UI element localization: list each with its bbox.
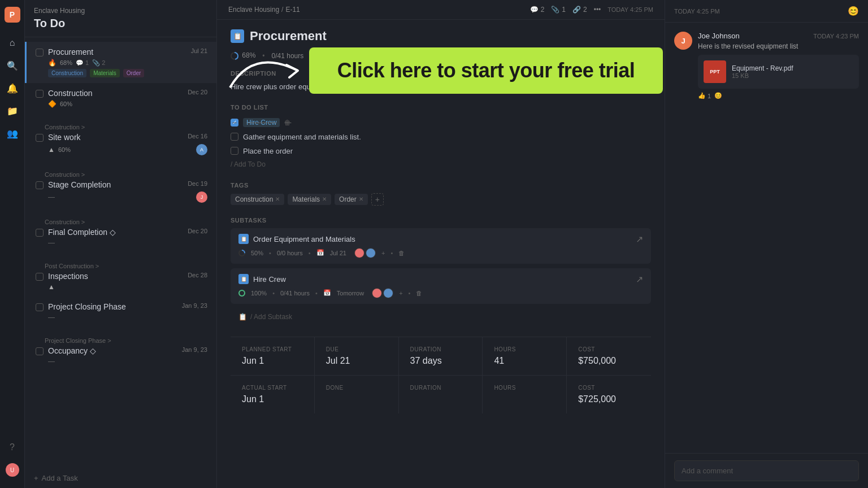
task-item-construction[interactable]: Construction Dec 20 🔶 60%: [25, 83, 216, 114]
todo-item-2: Place the order: [231, 144, 651, 158]
nav-icon-users[interactable]: 👥: [3, 124, 21, 142]
task-item-procurement[interactable]: Procurement Jul 21 🔥 68% 💬 1 📎 2 Constru…: [25, 42, 216, 83]
todo-check-2[interactable]: [231, 147, 238, 155]
attachment-count-group: 📎 1: [551, 6, 566, 14]
task-checkbox-final-completion[interactable]: [36, 229, 44, 237]
icon-bar: P ⌂ 🔍 🔔 📁 👥 ? U: [0, 0, 25, 488]
todo-delete-0[interactable]: 🗑: [284, 119, 291, 127]
tag-construction[interactable]: Construction: [48, 69, 86, 77]
stat-hours-actual: HOURS: [483, 376, 567, 413]
tag-materials[interactable]: Materials: [90, 69, 120, 77]
task-checkbox-project-closing[interactable]: [36, 303, 44, 311]
task-checkbox-construction[interactable]: [36, 90, 44, 98]
task-item-occupancy[interactable]: Project Closing Phase > Occupancy ◇ Jan …: [25, 327, 216, 371]
tags-label: TAGS: [231, 182, 651, 189]
subtask-due-0: Jul 21: [330, 250, 346, 256]
attachment-count: 1: [562, 6, 566, 14]
nav-icon-search[interactable]: 🔍: [3, 56, 21, 75]
breadcrumb-project[interactable]: Enclave Housing: [228, 6, 279, 14]
app-logo[interactable]: P: [5, 7, 20, 23]
attachment-box-0[interactable]: PPT Equipment - Rev.pdf 15 KB: [698, 55, 859, 89]
nav-icon-bell[interactable]: 🔔: [3, 79, 21, 97]
nav-icon-folder[interactable]: 📁: [3, 102, 21, 120]
section-label-closing: Project Closing Phase >: [36, 333, 207, 346]
comment-input[interactable]: [674, 460, 859, 481]
section-label-construction-1: Construction >: [36, 119, 207, 133]
cta-button[interactable]: Click here to start your free trial: [309, 47, 663, 94]
subtask-icon-0: 📋: [238, 234, 249, 244]
stat-duration-planned: DURATION 37 days: [399, 337, 483, 375]
subtasks-section: 📋 Order Equipment and Materials ↗ 50% • …: [231, 228, 651, 325]
task-name-procurement: Procurement: [48, 47, 186, 56]
timestamp-header: TODAY 4:25 PM: [607, 6, 653, 13]
stat-cost-planned: COST $750,000: [567, 337, 651, 375]
subtask-avatar-0b: [366, 248, 376, 258]
task-checkbox-site-work[interactable]: [36, 134, 44, 142]
task-item-inspections[interactable]: Post Construction > Inspections Dec 28 ▲: [25, 252, 216, 297]
task-progress-construction: 60%: [60, 101, 72, 107]
task-item-project-closing[interactable]: Project Closing Phase Jan 9, 23 —: [25, 297, 216, 327]
subtask-meta-0: 50% • 0/0 hours • 📅 Jul 21 + • 🗑: [238, 248, 643, 258]
subtask-due-1: Tomorrow: [337, 290, 364, 297]
comment-count: 2: [541, 6, 545, 14]
stats-planned: PLANNED START Jun 1 DUE Jul 21 DURATION …: [231, 337, 651, 375]
add-assignee-subtask-1[interactable]: +: [399, 290, 402, 297]
attachment-info: Equipment - Rev.pdf 15 KB: [732, 64, 793, 79]
subtask-hours-1: 0/41 hours: [280, 290, 310, 297]
task-date-occupancy: Jan 9, 23: [182, 346, 207, 353]
todo-text-2: Place the order: [243, 147, 293, 155]
stat-hours-planned: HOURS 41: [483, 337, 567, 375]
emoji-reaction-icon[interactable]: 😊: [848, 6, 859, 16]
add-tag-button[interactable]: +: [371, 193, 384, 206]
task-list-header: Enclave Housing To Do: [25, 0, 216, 37]
remove-tag-construction[interactable]: ✕: [275, 196, 280, 202]
task-item-site-work[interactable]: Construction > Site work Dec 16 ▲ 60% A: [25, 114, 216, 161]
nav-icon-home[interactable]: ⌂: [3, 34, 21, 52]
thumbs-up-reaction[interactable]: 👍 1: [698, 92, 711, 99]
subtask-item-1: 📋 Hire Crew ↗ 100% • 0/41 hours •: [231, 268, 651, 304]
todo-label: TO DO LIST: [231, 104, 651, 111]
more-options-group[interactable]: •••: [594, 6, 601, 14]
tag-order[interactable]: Order: [123, 69, 145, 77]
stat-duration-actual: DURATION: [399, 376, 483, 413]
trend-icon: ▲: [48, 146, 55, 154]
task-date-project-closing: Jan 9, 23: [182, 302, 207, 309]
add-assignee-subtask-0[interactable]: +: [381, 250, 385, 256]
task-checkbox-inspections[interactable]: [36, 273, 44, 281]
task-checkbox-occupancy[interactable]: [36, 347, 44, 355]
comment-input-area: [665, 453, 868, 488]
delete-subtask-0[interactable]: 🗑: [398, 250, 405, 256]
external-link-icon-0[interactable]: ↗: [636, 234, 643, 245]
comment-reactions-0: 👍 1 😊: [698, 92, 859, 99]
task-item-stage-completion[interactable]: Construction > Stage Completion Dec 19 —…: [25, 161, 216, 208]
delete-subtask-1[interactable]: 🗑: [416, 290, 422, 297]
task-checkbox-procurement[interactable]: [36, 49, 44, 56]
nav-icon-help[interactable]: ?: [3, 438, 21, 456]
add-task-button[interactable]: + Add a Task: [25, 468, 216, 488]
task-name-construction: Construction: [48, 89, 183, 98]
task-list-body: Procurement Jul 21 🔥 68% 💬 1 📎 2 Constru…: [25, 37, 216, 468]
external-link-icon-1[interactable]: ↗: [636, 274, 643, 285]
emoji-add-reaction[interactable]: 😊: [714, 92, 722, 99]
remove-tag-materials[interactable]: ✕: [322, 196, 327, 202]
add-todo-button[interactable]: / Add To Do: [231, 158, 651, 171]
add-subtask-button[interactable]: 📋 / Add Subtask: [231, 308, 651, 325]
subtask-actions-1: ↗: [636, 274, 643, 285]
remove-tag-order[interactable]: ✕: [359, 196, 363, 202]
comment-icon-header: 💬: [530, 6, 539, 14]
subtasks-label: SUBTASKS: [231, 217, 651, 224]
nav-icon-user[interactable]: U: [3, 461, 21, 479]
stats-actual: ACTUAL START Jun 1 DONE DURATION HOURS C…: [231, 375, 651, 413]
task-item-final-completion[interactable]: Construction > Final Completion ◇ Dec 20…: [25, 208, 216, 252]
task-checkbox-stage-completion[interactable]: [36, 181, 44, 189]
comment-author-0: Joe Johnson: [698, 32, 740, 40]
ellipsis-icon[interactable]: •••: [594, 6, 601, 14]
section-label-construction-3: Construction >: [36, 214, 207, 228]
subtask-title-1: 📋 Hire Crew: [238, 274, 286, 284]
comment-item-0: J Joe Johnson TODAY 4:23 PM Here is the …: [674, 32, 859, 99]
link-count: 2: [583, 6, 587, 14]
todo-check-0[interactable]: ✓: [231, 119, 238, 127]
breadcrumb-task-id[interactable]: E-11: [285, 6, 300, 14]
todo-check-1[interactable]: [231, 133, 238, 141]
todo-item-1: Gather equipment and materials list.: [231, 130, 651, 144]
